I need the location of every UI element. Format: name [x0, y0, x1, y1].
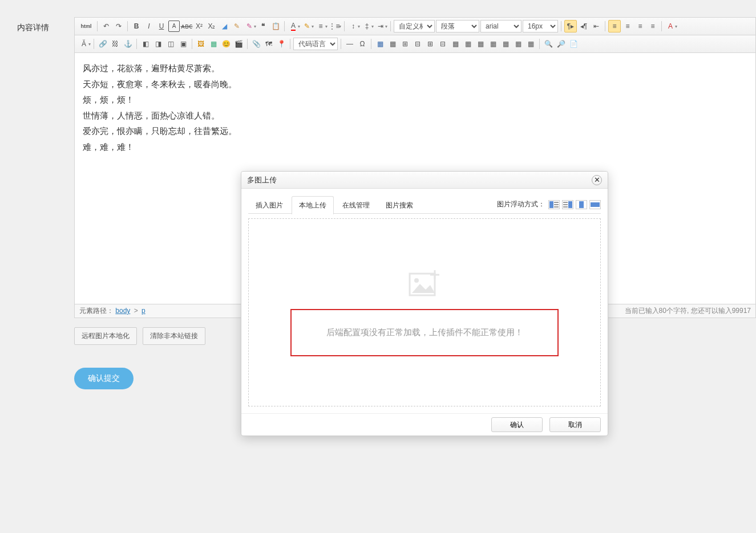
- anchor-button[interactable]: ⚓: [122, 38, 134, 50]
- img-none-button[interactable]: ▣: [177, 38, 189, 50]
- content-line: 难，难，难！: [83, 140, 747, 154]
- source-html-button[interactable]: html: [78, 21, 94, 32]
- preview-button[interactable]: 🔍: [543, 38, 554, 50]
- blockquote-button[interactable]: ❝: [257, 21, 269, 32]
- tab-online-manage[interactable]: 在线管理: [335, 196, 377, 214]
- split-rows-button[interactable]: ▦: [500, 38, 511, 50]
- superscript-button[interactable]: X²: [193, 21, 205, 32]
- eraser-blue-icon[interactable]: ◢: [219, 21, 230, 32]
- separator: [284, 21, 285, 31]
- tab-local-upload[interactable]: 本地上传: [292, 196, 334, 214]
- path-body-link[interactable]: body: [115, 307, 130, 315]
- char-counter: 当前已输入80个字符, 您还可以输入99917: [625, 306, 751, 316]
- insert-row-button[interactable]: ⊞: [399, 38, 411, 50]
- redo-button[interactable]: ↷: [113, 21, 124, 32]
- separator: [341, 39, 341, 49]
- special-char-button[interactable]: Ω: [357, 38, 368, 50]
- emoji-button[interactable]: 😊: [220, 38, 232, 50]
- separator: [661, 21, 662, 31]
- split-cells-button[interactable]: ▦: [487, 38, 499, 50]
- delete-table-button[interactable]: ▦: [387, 38, 398, 50]
- hr-button[interactable]: —: [344, 38, 355, 50]
- font-size-select[interactable]: 16px: [523, 20, 558, 32]
- ordered-list-button[interactable]: ≡▾: [315, 21, 328, 32]
- img-left-button[interactable]: ◧: [140, 38, 151, 50]
- insert-image-button[interactable]: 🖼: [195, 38, 207, 50]
- merge-down-button[interactable]: ▦: [475, 38, 486, 50]
- float-center-icon[interactable]: [576, 200, 587, 209]
- upload-dropzone[interactable]: 后端配置项没有正常加载，上传插件不能正常使用！: [248, 218, 601, 389]
- italic-button[interactable]: I: [143, 21, 155, 32]
- close-icon[interactable]: ✕: [592, 175, 602, 185]
- float-left-icon[interactable]: [548, 200, 560, 209]
- img-right-button[interactable]: ◨: [152, 38, 164, 50]
- merge-right-button[interactable]: ▦: [462, 38, 474, 50]
- indent-button[interactable]: ⇥▾: [375, 21, 387, 32]
- print-button[interactable]: 📄: [568, 38, 579, 50]
- font-variant-button[interactable]: Ă▾: [78, 38, 91, 50]
- search-replace-button[interactable]: 🔎: [555, 38, 567, 50]
- paragraph-select[interactable]: 段落: [436, 20, 479, 32]
- align-left-button[interactable]: ≡: [608, 20, 621, 32]
- dir-ltr-button[interactable]: ¶▸: [564, 20, 577, 32]
- dialog-title: 多图上传: [247, 175, 277, 185]
- split-cols-button[interactable]: ▦: [512, 38, 524, 50]
- merge-cells-button[interactable]: ▦: [450, 38, 461, 50]
- dialog-tabs: 插入图片 本地上传 在线管理 图片搜索 图片浮动方式：: [248, 196, 601, 214]
- subscript-button[interactable]: X₂: [206, 21, 217, 32]
- localize-remote-images-button[interactable]: 远程图片本地化: [74, 327, 137, 345]
- heading-select[interactable]: 自定义标题: [394, 20, 435, 32]
- insert-col-button[interactable]: ⊞: [425, 38, 436, 50]
- submit-button[interactable]: 确认提交: [74, 368, 134, 389]
- format-brush-icon[interactable]: ✎: [231, 21, 242, 32]
- multi-image-button[interactable]: ▦: [208, 38, 219, 50]
- insert-table-button[interactable]: ▦: [374, 38, 386, 50]
- dialog-titlebar[interactable]: 多图上传 ✕: [241, 172, 608, 189]
- text-dir-button[interactable]: ↕▾: [347, 21, 360, 32]
- strikethrough-button[interactable]: ᴀʙᴄ: [181, 21, 192, 32]
- content-line: 风亦过，花欲落，遍野枯黄尽萧索。: [83, 61, 747, 76]
- paste-plain-button[interactable]: 📋: [270, 21, 281, 32]
- code-lang-select[interactable]: 代码语言: [293, 38, 338, 50]
- separator: [290, 39, 290, 49]
- forecolor-button[interactable]: A▾: [288, 21, 300, 32]
- attachment-button[interactable]: 📎: [250, 38, 262, 50]
- content-line: 天亦短，夜愈寒，冬来秋去，暖春尚晚。: [83, 77, 747, 92]
- path-p-link[interactable]: p: [142, 307, 145, 315]
- underline-button[interactable]: U: [156, 21, 167, 32]
- dir-rtl-button[interactable]: ◂¶: [578, 21, 589, 32]
- unlink-button[interactable]: ⛓: [110, 38, 121, 50]
- outdent-button[interactable]: ⇤: [591, 21, 602, 32]
- link-button[interactable]: 🔗: [97, 38, 108, 50]
- element-path: 元素路径： body > p: [79, 306, 145, 316]
- image-placeholder-icon: [407, 269, 442, 298]
- unordered-list-button[interactable]: ⋮≡▾: [329, 21, 341, 32]
- float-right-icon[interactable]: [562, 200, 573, 209]
- align-justify-button[interactable]: ≡: [647, 21, 658, 32]
- tab-image-search[interactable]: 图片搜索: [378, 196, 421, 214]
- undo-button[interactable]: ↶: [100, 21, 112, 32]
- tab-insert-image[interactable]: 插入图片: [248, 196, 290, 214]
- extra-dropdown[interactable]: A▾: [665, 21, 677, 32]
- map-button[interactable]: 🗺: [263, 38, 274, 50]
- delete-col-button[interactable]: ⊟: [437, 38, 448, 50]
- align-center-button[interactable]: ≡: [622, 21, 633, 32]
- delete-row-button[interactable]: ⊟: [412, 38, 423, 50]
- float-none-icon[interactable]: [589, 200, 601, 209]
- font-family-select[interactable]: arial: [480, 20, 521, 32]
- separator: [390, 21, 391, 31]
- style-dropdown[interactable]: ✎▾: [244, 21, 256, 32]
- backcolor-button[interactable]: ✎▾: [301, 21, 314, 32]
- fontborder-button[interactable]: A: [168, 21, 180, 32]
- line-height-button[interactable]: ‡▾: [361, 21, 374, 32]
- separator: [371, 39, 371, 49]
- align-right-button[interactable]: ≡: [634, 21, 646, 32]
- bold-button[interactable]: B: [131, 21, 142, 32]
- table-form-button[interactable]: ▦: [525, 38, 536, 50]
- float-mode-label: 图片浮动方式：: [497, 200, 545, 209]
- gmap-button[interactable]: 📍: [276, 38, 287, 50]
- video-button[interactable]: 🎬: [233, 38, 244, 50]
- svg-point-1: [414, 278, 419, 283]
- clear-external-links-button[interactable]: 清除非本站链接: [143, 327, 205, 345]
- img-center-button[interactable]: ◫: [165, 38, 176, 50]
